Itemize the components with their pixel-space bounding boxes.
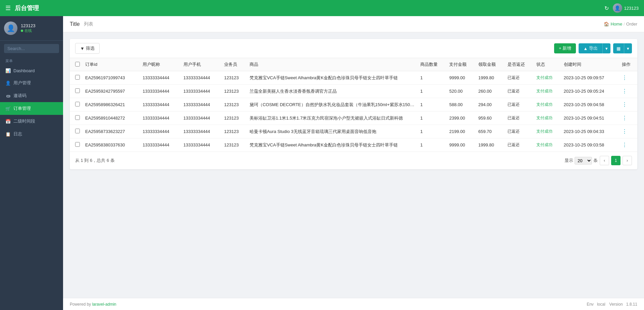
table-card: ▼ 筛选 + 新增 ▲ 导出 xyxy=(70,39,637,169)
app-brand: 后台管理 xyxy=(15,4,39,12)
next-page-button[interactable]: › xyxy=(623,156,632,165)
sidebar-item-logs[interactable]: 📋 日志 xyxy=(0,128,63,140)
row-checkbox-4[interactable] xyxy=(75,129,80,133)
footer-version: Version 1.8.11 xyxy=(609,302,637,307)
per-page-select[interactable]: 102050100 xyxy=(575,157,592,165)
invite-icon: 🎟 xyxy=(5,93,11,98)
breadcrumb-nav-sep: / xyxy=(624,21,625,27)
row-action-btn-2[interactable]: ⋮ xyxy=(622,101,627,108)
cell-pay-0: 9999.00 xyxy=(446,71,476,85)
cell-pay-4: 2199.00 xyxy=(446,125,476,138)
toolbar-right: + 新增 ▲ 导出 ▾ ▦ xyxy=(554,43,632,53)
cell-username-4: 13333334444 xyxy=(140,125,181,138)
new-label: + 新增 xyxy=(559,45,571,51)
cell-agent-0: 123123 xyxy=(221,71,247,85)
orders-table: 订单id 用户昵称 用户手机 业务员 商品 商品数量 支付金额 领取金额 是否返… xyxy=(70,58,637,152)
version-value: 1.8.11 xyxy=(626,302,637,307)
row-checkbox-1[interactable] xyxy=(75,88,80,93)
search-input[interactable] xyxy=(4,44,59,53)
row-action-btn-3[interactable]: ⋮ xyxy=(622,115,627,121)
breadcrumb-home-link[interactable]: Home xyxy=(610,21,622,27)
users-icon: 👤 xyxy=(5,81,11,86)
sidebar-item-invite[interactable]: 🎟 邀请码 xyxy=(0,89,63,102)
cell-username-3: 13333334444 xyxy=(140,112,181,125)
table-header-row: 订单id 用户昵称 用户手机 业务员 商品 商品数量 支付金额 领取金额 是否返… xyxy=(70,58,637,71)
cell-receive-3: 959.60 xyxy=(476,112,505,125)
cell-agent-1: 123123 xyxy=(221,85,247,98)
cell-action-0: ⋮ xyxy=(619,71,637,85)
cell-phone-4: 13333334444 xyxy=(181,125,222,138)
cell-order-id-2: EA25958986326421 xyxy=(83,98,140,112)
row-checkbox-5[interactable] xyxy=(75,142,80,147)
breadcrumb: Title 列表 xyxy=(70,21,93,27)
cell-returned-0: 已返还 xyxy=(505,71,534,85)
footer: Powered by laravel-admin Env local Versi… xyxy=(63,298,644,310)
cell-qty-0: 1 xyxy=(418,71,447,85)
new-button[interactable]: + 新增 xyxy=(554,43,576,53)
cell-returned-5: 已返还 xyxy=(505,138,534,152)
sidebar: 👤 123123 在线 菜单 📊 Dashboard 👤 xyxy=(0,16,63,310)
table-row: EA25958910448272 13333334444 13333334444… xyxy=(70,112,637,125)
sidebar-status: 在线 xyxy=(21,28,35,33)
content-body: ▼ 筛选 + 新增 ▲ 导出 xyxy=(63,32,644,298)
cell-receive-5: 1999.80 xyxy=(476,138,505,152)
page-info: 显示 102050100 条 xyxy=(565,157,598,165)
sidebar-item-dashboard[interactable]: 📊 Dashboard xyxy=(0,65,63,77)
cols-icon: ▦ xyxy=(616,46,621,51)
cell-receive-1: 260.00 xyxy=(476,85,505,98)
row-action-btn-5[interactable]: ⋮ xyxy=(622,142,627,148)
cols-dropdown-button[interactable]: ▾ xyxy=(624,43,632,53)
col-product: 商品 xyxy=(247,58,418,71)
cell-created-1: 2023-10-25 09:05:24 xyxy=(561,85,620,98)
row-action-btn-0[interactable]: ⋮ xyxy=(622,75,627,81)
sidebar-avatar: 👤 xyxy=(4,21,17,35)
sidebar-item-users[interactable]: 👤 用户管理 xyxy=(0,77,63,89)
table-row: EA25961971099743 13333334444 13333334444… xyxy=(70,71,637,85)
sidebar-item-timeslots[interactable]: 📅 二级时间段 xyxy=(0,115,63,128)
powered-by-link[interactable]: laravel-admin xyxy=(92,302,116,307)
cell-action-4: ⋮ xyxy=(619,125,637,138)
cell-username-5: 13333334444 xyxy=(140,138,181,152)
prev-page-button[interactable]: ‹ xyxy=(600,156,609,165)
breadcrumb-current: Order xyxy=(626,21,637,27)
row-action-btn-4[interactable]: ⋮ xyxy=(622,128,627,135)
filter-label: 筛选 xyxy=(86,45,95,51)
filter-button[interactable]: ▼ 筛选 xyxy=(75,43,100,54)
table-row: EA25958380337630 13333334444 13333334444… xyxy=(70,138,637,152)
cell-qty-1: 1 xyxy=(418,85,447,98)
menu-icon[interactable]: ☰ xyxy=(5,4,11,12)
col-checkbox xyxy=(70,58,83,71)
row-checkbox-3[interactable] xyxy=(75,115,80,120)
cell-pay-5: 9999.00 xyxy=(446,138,476,152)
sidebar-item-orders[interactable]: 🛒 订单管理 xyxy=(0,102,63,115)
sidebar-username: 123123 xyxy=(21,23,35,28)
table-row: EA25958986326421 13333334444 13333334444… xyxy=(70,98,637,112)
cell-returned-2: 已返还 xyxy=(505,98,534,112)
cell-username-0: 13333334444 xyxy=(140,71,181,85)
select-all-checkbox[interactable] xyxy=(75,62,80,67)
cell-phone-3: 13333334444 xyxy=(181,112,222,125)
cell-created-5: 2023-10-25 09:03:58 xyxy=(561,138,620,152)
row-checkbox-0[interactable] xyxy=(75,75,80,80)
table-row: EA25958733623227 13333334444 13333334444… xyxy=(70,125,637,138)
row-checkbox-2[interactable] xyxy=(75,102,80,106)
refresh-icon[interactable]: ↻ xyxy=(604,5,609,11)
env-value: local xyxy=(597,302,605,307)
export-dropdown-button[interactable]: ▾ xyxy=(602,43,610,53)
footer-env: Env local xyxy=(587,302,605,307)
cell-receive-2: 294.00 xyxy=(476,98,505,112)
page-1-button[interactable]: 1 xyxy=(611,156,621,165)
cell-status-2: 支付成功 xyxy=(534,98,561,112)
sidebar-item-label-dashboard: Dashboard xyxy=(13,68,35,73)
sidebar-status-label: 在线 xyxy=(24,28,32,33)
sidebar-item-label-invite: 邀请码 xyxy=(13,93,26,99)
cols-button[interactable]: ▦ xyxy=(613,43,624,53)
cell-phone-2: 13333334444 xyxy=(181,98,222,112)
row-action-btn-1[interactable]: ⋮ xyxy=(622,88,627,94)
user-menu[interactable]: 👤 123123 xyxy=(613,3,639,13)
table-toolbar: ▼ 筛选 + 新增 ▲ 导出 xyxy=(70,39,637,58)
pagination: 显示 102050100 条 ‹ 1 › xyxy=(565,156,632,165)
export-button[interactable]: ▲ 导出 xyxy=(579,43,602,53)
cell-phone-5: 13333334444 xyxy=(181,138,222,152)
sidebar-item-label-logs: 日志 xyxy=(13,131,22,137)
